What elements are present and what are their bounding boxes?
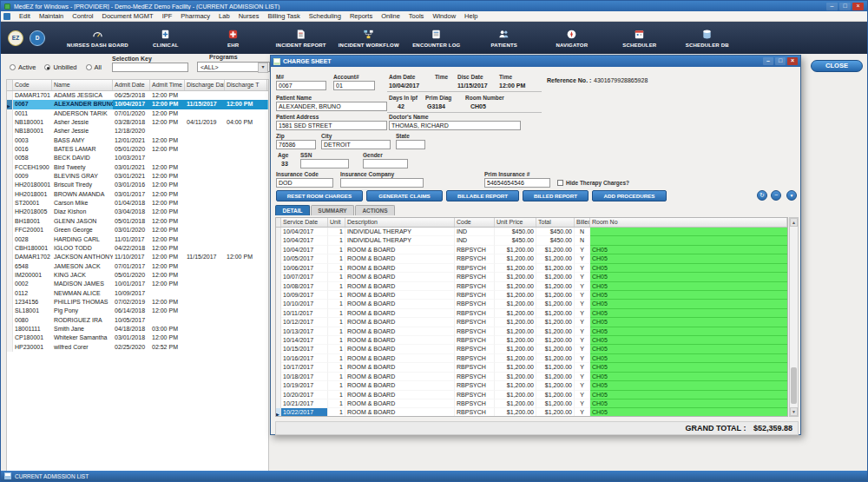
patient-name-input[interactable] [276,102,387,111]
admission-row[interactable]: 0009BLEVINS GRAY03/01/202112:00 PM [7,172,268,181]
charge-row[interactable]: 10/17/20171ROOM & BOARDRBPSYCH$1,200.00$… [276,363,787,372]
admission-row[interactable]: 0016BATES LAMAR05/01/202012:00 PM [7,145,268,154]
menu-item-nurses[interactable]: Nurses [234,12,264,20]
charge-row[interactable]: 10/20/20171ROOM & BOARDRBPSYCH$1,200.00$… [276,391,787,399]
admission-column-header-code[interactable]: Code [13,80,52,90]
admission-row[interactable]: 0112NEWMAN ALICE10/09/2017 [7,289,268,298]
charge-column-header-unit-price[interactable]: Unit Price [495,218,536,227]
menu-item-window[interactable]: Window [428,12,460,20]
charge-row[interactable]: 10/06/20171ROOM & BOARDRBPSYCH$1,200.00$… [276,264,787,273]
add-procedures-button[interactable]: ADD PROCEDURES [592,190,667,201]
menu-item-tools[interactable]: Tools [404,12,429,20]
admission-row[interactable]: 1234156PHILLIPS THOMAS07/02/201912:00 PM [7,298,268,307]
menu-item-ipf[interactable]: IPF [158,12,177,20]
city-input[interactable] [321,140,391,149]
tab-detail[interactable]: DETAIL [275,205,310,215]
dialog-close-button[interactable]: × [787,57,798,65]
charge-column-header-service-date[interactable]: Service Date [281,218,328,227]
programs-dropdown[interactable]: <ALL> [197,62,270,72]
charge-row[interactable]: 10/21/20171ROOM & BOARDRBPSYCH$1,200.00$… [276,399,787,408]
menu-item-help[interactable]: Help [460,12,482,20]
filter-radio-active[interactable]: Active [10,63,36,71]
scroll-down-icon[interactable] [790,407,798,416]
toolbar-badge-ez[interactable]: EZ [8,30,23,46]
admission-row[interactable]: 6548JAMESON JACK07/01/201712:00 PM [7,262,268,271]
admission-row[interactable]: FFC20001Green George03/01/202012:00 PM [7,226,268,234]
charge-row[interactable]: 10/15/20171ROOM & BOARDRBPSYCH$1,200.00$… [276,345,787,353]
charge-row[interactable]: 10/22/20171ROOM & BOARDRBPSYCH$1,200.00$… [276,408,787,417]
ssn-input[interactable] [300,159,349,168]
insurance-code-input[interactable] [276,178,333,188]
toolbar-button-scheduler[interactable]: SCHEDULER [609,23,670,53]
charge-row[interactable]: 10/11/20171ROOM & BOARDRBPSYCH$1,200.00$… [276,309,787,318]
scroll-up-icon[interactable] [790,218,798,227]
menu-item-lab[interactable]: Lab [214,12,234,20]
admission-column-header-discharge-date[interactable]: Discharge Date [185,80,225,90]
admission-row[interactable]: FCCEH1900Bird Tweety03/01/202112:00 PM [7,163,268,172]
charge-grid-scrollbar[interactable] [789,217,799,417]
filter-radio-all[interactable]: All [86,63,102,71]
toolbar-button-scheduler-db[interactable]: SCHEDULER DB [677,23,738,53]
admission-column-header-discharge-t[interactable]: Discharge T [225,80,267,90]
window-minimize-button[interactable]: – [826,3,838,10]
state-input[interactable] [396,140,425,149]
down-circle-icon[interactable] [786,190,797,201]
toolbar-button-nurses-dash-board[interactable]: NURSES DASH BOARD [67,23,128,53]
charge-row[interactable]: 10/18/20171ROOM & BOARDRBPSYCH$1,200.00$… [276,373,787,381]
refresh-circle-icon[interactable] [757,190,767,201]
admission-row[interactable]: HP230001wilfred Corer02/25/202002:52 PM [7,343,268,352]
window-close-button[interactable]: × [852,3,864,10]
menu-item-edit[interactable]: Edit [15,12,35,20]
charge-row[interactable]: 10/16/20171ROOM & BOARDRBPSYCH$1,200.00$… [276,354,787,363]
admission-row[interactable]: DAMAR1701ADAMS JESSICA06/25/201812:00 PM [7,91,268,100]
window-maximize-button[interactable]: □ [839,3,851,10]
minus-circle-icon[interactable] [771,190,781,201]
charge-row[interactable]: 10/04/20171INDIVIDUAL THERAPYIND$450.00$… [276,228,787,236]
admission-row[interactable]: 0002MADISON JAMES10/01/201712:00 PM [7,280,268,288]
menu-item-reports[interactable]: Reports [345,12,377,20]
hide-therapy-checkbox[interactable] [557,180,563,186]
charge-column-header-total[interactable]: Total [536,218,575,227]
admission-row[interactable]: DAMAR1702JACKSON ANTHONY11/10/201712:00 … [7,253,268,261]
charge-row[interactable]: 10/05/20171ROOM & BOARDRBPSYCH$1,200.00$… [276,254,787,263]
insurance-company-input[interactable] [340,178,424,188]
admission-row[interactable]: 0011ANDERSON TARIK07/01/202012:00 PM [7,109,268,118]
charge-row[interactable]: 10/10/20171ROOM & BOARDRBPSYCH$1,200.00$… [276,300,787,308]
charge-row[interactable]: 10/04/20171ROOM & BOARDRBPSYCH$1,200.00$… [276,246,787,254]
filter-radio-unbilled[interactable]: Unbilled [44,63,76,71]
charge-row[interactable]: 10/19/20171ROOM & BOARDRBPSYCH$1,200.00$… [276,381,787,390]
admission-row[interactable]: 0003BASS AMY12/01/202112:00 PM [7,136,268,145]
admission-row[interactable]: NB180001Asher Jessie03/28/201812:00 PM04… [7,118,268,127]
admission-row[interactable]: IM200001KING JACK05/01/202012:00 PM [7,271,268,280]
toolbar-button-incident-workflow[interactable]: INCIDENT WORKFLOW [339,23,399,53]
toolbar-button-clinical[interactable]: CLINICAL [135,23,196,53]
reset-room-charges-button[interactable]: RESET ROOM CHARGES [276,190,363,201]
admission-column-header-admit-time[interactable]: Admit Time [150,80,185,90]
admission-column-header-admit-date[interactable]: Admit Date [113,80,150,90]
menu-item-billing-task[interactable]: Billing Task [263,12,304,20]
doctor-name-input[interactable] [389,121,521,130]
charge-row[interactable]: 10/04/20171INDIVIDUAL THERAPYIND$450.00$… [276,236,787,245]
admission-row[interactable]: 0058BECK DAVID10/03/2017 [7,154,268,162]
menu-item-online[interactable]: Online [377,12,404,20]
admission-row[interactable]: 0028HARDING CARL11/01/201712:00 PM [7,235,268,244]
billable-report-button[interactable]: BILLABLE REPORT [446,190,519,201]
admission-row[interactable]: ST20001Carson Mike01/04/201812:00 PM [7,199,268,208]
tab-actions[interactable]: ACTIONS [355,205,395,215]
charge-column-header-room-no[interactable]: Room No [590,218,787,227]
prim-insurance-input[interactable] [484,178,550,188]
mr-input[interactable] [276,81,326,90]
charge-row[interactable]: 10/13/20171ROOM & BOARDRBPSYCH$1,200.00$… [276,327,787,336]
scrollbar-thumb[interactable] [791,367,797,404]
admission-row[interactable]: 0067ALEXANDER BRUNO10/04/201712:00 PM11/… [7,100,268,109]
toolbar-button-encounter-log[interactable]: ENCOUNTER LOG [406,23,467,53]
admission-row[interactable]: HH20180001Briscuit Tiredy03/01/201612:00… [7,181,268,189]
admission-row[interactable]: HH2018001BROWN AMANDA03/01/201712:00 PM [7,190,268,199]
zip-input[interactable] [276,140,316,149]
charge-row[interactable]: 10/12/20171ROOM & BOARDRBPSYCH$1,200.00$… [276,318,787,327]
charge-row[interactable]: 10/08/20171ROOM & BOARDRBPSYCH$1,200.00$… [276,282,787,291]
admission-row[interactable]: CP180001Whiteker Samantha03/01/201812:00… [7,333,268,342]
admission-row[interactable]: SL18001Pig Pony06/14/201812:00 PM [7,307,268,315]
charge-column-header-code[interactable]: Code [455,218,495,227]
patient-address-input[interactable] [276,121,387,130]
